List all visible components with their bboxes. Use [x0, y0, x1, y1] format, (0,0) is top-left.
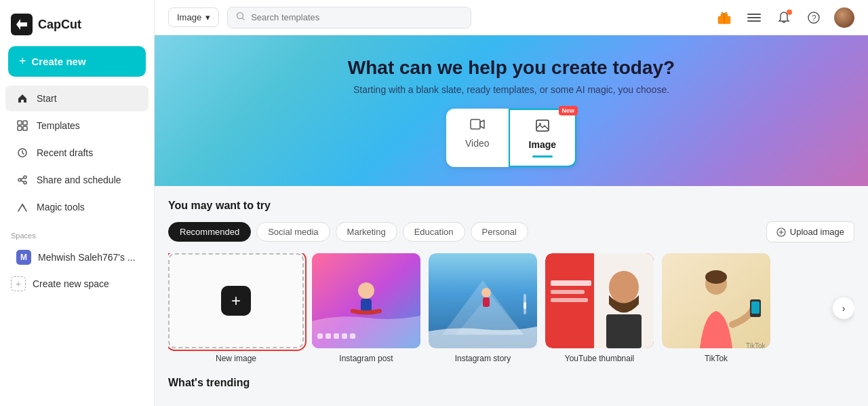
video-mode-button[interactable]: Video — [446, 109, 509, 167]
home-icon — [16, 92, 28, 105]
svg-rect-44 — [551, 298, 588, 302]
new-image-label: New image — [168, 354, 304, 363]
gift-icon-button[interactable] — [715, 8, 734, 27]
svg-rect-27 — [334, 333, 339, 339]
sidebar: CapCut + Create new Start Templates Rece… — [0, 0, 155, 406]
new-image-card[interactable]: + New image — [168, 253, 304, 363]
new-image-plus-icon: + — [221, 286, 251, 316]
search-icon — [236, 12, 245, 24]
svg-rect-4 — [23, 126, 27, 130]
trending-section: What's trending — [155, 377, 868, 406]
capcut-logo-icon — [11, 14, 33, 35]
scroll-area: What can we help you create today? Start… — [155, 35, 868, 406]
video-mode-icon — [470, 117, 485, 135]
create-new-space-item[interactable]: + Create new space — [0, 271, 154, 297]
image-filter-dropdown[interactable]: Image ▾ — [168, 7, 219, 27]
svg-rect-13 — [747, 14, 761, 15]
svg-rect-43 — [551, 290, 585, 294]
hero-title: What can we help you create today? — [168, 57, 854, 79]
recent-drafts-label: Recent drafts — [37, 147, 93, 158]
create-space-icon: + — [11, 276, 26, 291]
menu-icon-button[interactable] — [745, 8, 764, 27]
app-name: CapCut — [38, 18, 81, 32]
templates-label: Templates — [37, 120, 80, 131]
tiktok-thumb: TikTok — [662, 253, 770, 348]
tiktok-card[interactable]: TikTok TikTok — [662, 253, 770, 363]
notification-badge — [787, 10, 792, 15]
plus-icon: + — [19, 54, 26, 69]
svg-rect-26 — [326, 333, 331, 339]
svg-point-8 — [24, 181, 26, 184]
space-item-mehwish[interactable]: M Mehwish Saleh767's ... — [5, 244, 149, 270]
svg-rect-1 — [18, 121, 22, 125]
notification-bell-button[interactable] — [774, 8, 793, 27]
svg-rect-28 — [342, 333, 347, 339]
instagram-post-thumb — [312, 253, 420, 348]
try-section: You may want to try Recommended Social m… — [155, 186, 868, 377]
filter-tab-social-media[interactable]: Social media — [256, 222, 330, 242]
svg-rect-2 — [23, 121, 27, 125]
svg-rect-42 — [551, 280, 591, 286]
help-icon-button[interactable]: ? — [804, 8, 823, 27]
svg-rect-14 — [747, 17, 761, 18]
youtube-thumbnail-card[interactable]: YouTube thumbnail — [545, 253, 654, 363]
space-name: Mehwish Saleh767's ... — [38, 252, 136, 263]
youtube-thumbnail-label: YouTube thumbnail — [545, 354, 654, 363]
filter-tab-personal[interactable]: Personal — [471, 222, 528, 242]
svg-rect-36 — [524, 302, 526, 309]
video-mode-label: Video — [465, 138, 490, 149]
instagram-story-card[interactable]: Instagram story — [429, 253, 537, 363]
search-bar — [227, 7, 471, 29]
search-input[interactable] — [251, 12, 462, 22]
instagram-story-label: Instagram story — [429, 354, 537, 363]
hero-banner: What can we help you create today? Start… — [155, 35, 868, 186]
svg-point-23 — [358, 282, 374, 299]
sidebar-item-magic-tools[interactable]: Magic tools — [5, 194, 149, 220]
filter-tab-recommended[interactable]: Recommended — [168, 222, 251, 242]
filter-tab-marketing[interactable]: Marketing — [336, 222, 397, 242]
sidebar-item-start[interactable]: Start — [5, 86, 149, 111]
svg-rect-34 — [483, 297, 490, 307]
instagram-story-thumb — [429, 253, 537, 348]
scroll-right-arrow[interactable]: › — [833, 297, 854, 319]
svg-rect-49 — [751, 301, 760, 314]
template-grid: + New image — [168, 253, 854, 363]
svg-rect-18 — [471, 119, 480, 129]
templates-icon — [16, 119, 28, 132]
instagram-post-label: Instagram post — [312, 354, 420, 363]
svg-rect-25 — [317, 333, 323, 339]
magic-tools-icon — [16, 201, 28, 213]
svg-rect-15 — [747, 20, 761, 22]
instagram-post-card[interactable]: Instagram post — [312, 253, 420, 363]
hero-subtitle: Starting with a blank slate, ready templ… — [168, 84, 854, 95]
svg-rect-41 — [606, 314, 642, 348]
filter-tabs: Recommended Social media Marketing Educa… — [168, 221, 854, 242]
user-avatar[interactable] — [834, 7, 854, 28]
filter-label: Image — [177, 12, 201, 22]
create-new-button[interactable]: + Create new — [8, 46, 146, 77]
new-image-thumb[interactable]: + — [168, 253, 304, 348]
spaces-section-label: Spaces — [0, 221, 154, 244]
svg-point-6 — [24, 176, 26, 179]
svg-rect-29 — [350, 333, 355, 339]
image-mode-icon — [535, 118, 550, 136]
svg-point-7 — [18, 179, 21, 181]
topbar-right: ? — [715, 7, 854, 28]
svg-text:?: ? — [812, 14, 816, 23]
svg-point-40 — [609, 271, 639, 303]
svg-point-47 — [705, 270, 727, 284]
new-badge: New — [559, 106, 578, 115]
image-mode-button[interactable]: New Image — [509, 109, 576, 167]
svg-point-33 — [481, 288, 491, 297]
sidebar-item-share-schedule[interactable]: Share and schedule — [5, 167, 149, 193]
sidebar-item-templates[interactable]: Templates — [5, 113, 149, 139]
start-label: Start — [37, 93, 57, 104]
upload-btn-label: Upload image — [790, 227, 844, 237]
share-icon — [16, 174, 28, 186]
filter-tab-education[interactable]: Education — [403, 222, 465, 242]
sidebar-item-recent-drafts[interactable]: Recent drafts — [5, 140, 149, 166]
try-section-title: You may want to try — [168, 200, 854, 212]
trending-title: What's trending — [168, 377, 854, 389]
upload-image-button[interactable]: Upload image — [766, 221, 854, 242]
create-new-label: Create new — [32, 56, 86, 67]
